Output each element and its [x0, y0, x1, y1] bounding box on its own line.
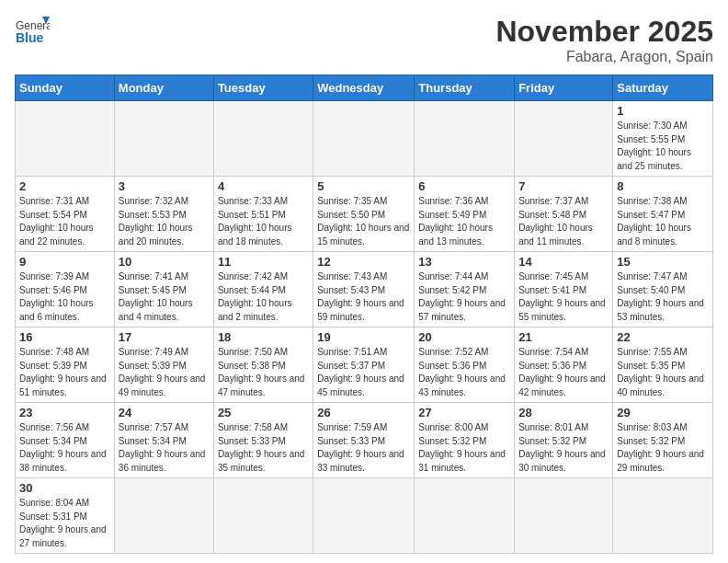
calendar-row: 30Sunrise: 8:04 AMSunset: 5:31 PMDayligh… [16, 478, 713, 554]
day-number: 8 [617, 179, 709, 193]
calendar-cell: 18Sunrise: 7:50 AMSunset: 5:38 PMDayligh… [213, 327, 313, 403]
day-info: Sunrise: 7:39 AMSunset: 5:46 PMDaylight:… [19, 270, 110, 324]
calendar-cell: 22Sunrise: 7:55 AMSunset: 5:35 PMDayligh… [613, 327, 713, 403]
calendar-cell: 16Sunrise: 7:48 AMSunset: 5:39 PMDayligh… [16, 327, 115, 403]
day-number: 21 [518, 330, 609, 344]
day-number: 20 [418, 330, 510, 344]
calendar-cell: 3Sunrise: 7:32 AMSunset: 5:53 PMDaylight… [114, 177, 213, 252]
calendar-cell: 26Sunrise: 7:59 AMSunset: 5:33 PMDayligh… [313, 403, 415, 478]
header-thursday: Thursday [415, 75, 515, 101]
month-title: November 2025 [495, 15, 713, 49]
day-info: Sunrise: 7:57 AMSunset: 5:34 PMDaylight:… [119, 421, 210, 475]
location-title: Fabara, Aragon, Spain [495, 49, 713, 65]
day-number: 30 [19, 481, 110, 495]
calendar-cell [415, 478, 515, 554]
calendar-cell: 30Sunrise: 8:04 AMSunset: 5:31 PMDayligh… [16, 478, 115, 554]
day-number: 7 [518, 179, 609, 193]
calendar-cell [515, 101, 613, 177]
day-info: Sunrise: 7:49 AMSunset: 5:39 PMDaylight:… [119, 346, 210, 399]
calendar-cell: 28Sunrise: 8:01 AMSunset: 5:32 PMDayligh… [515, 403, 613, 478]
calendar-cell: 24Sunrise: 7:57 AMSunset: 5:34 PMDayligh… [114, 403, 213, 478]
day-info: Sunrise: 7:30 AMSunset: 5:55 PMDaylight:… [617, 120, 709, 173]
calendar-cell: 19Sunrise: 7:51 AMSunset: 5:37 PMDayligh… [313, 327, 415, 403]
day-info: Sunrise: 7:55 AMSunset: 5:35 PMDaylight:… [617, 346, 709, 399]
day-info: Sunrise: 7:35 AMSunset: 5:50 PMDaylight:… [317, 195, 410, 248]
day-number: 29 [617, 406, 709, 419]
calendar-cell: 14Sunrise: 7:45 AMSunset: 5:41 PMDayligh… [515, 252, 613, 327]
day-info: Sunrise: 7:38 AMSunset: 5:47 PMDaylight:… [617, 195, 709, 248]
calendar-cell: 2Sunrise: 7:31 AMSunset: 5:54 PMDaylight… [16, 177, 115, 252]
day-info: Sunrise: 8:01 AMSunset: 5:32 PMDaylight:… [518, 421, 609, 475]
calendar-cell: 13Sunrise: 7:44 AMSunset: 5:42 PMDayligh… [415, 252, 515, 327]
day-info: Sunrise: 7:50 AMSunset: 5:38 PMDaylight:… [218, 346, 309, 399]
calendar-cell: 27Sunrise: 8:00 AMSunset: 5:32 PMDayligh… [415, 403, 515, 478]
calendar-cell [415, 101, 515, 177]
logo: General Blue [15, 15, 50, 50]
header-sunday: Sunday [16, 75, 115, 101]
day-number: 4 [218, 179, 309, 193]
day-number: 28 [518, 406, 609, 419]
calendar-cell: 10Sunrise: 7:41 AMSunset: 5:45 PMDayligh… [114, 252, 213, 327]
calendar-cell: 23Sunrise: 7:56 AMSunset: 5:34 PMDayligh… [16, 403, 115, 478]
day-number: 19 [317, 330, 410, 344]
calendar-cell: 8Sunrise: 7:38 AMSunset: 5:47 PMDaylight… [613, 177, 713, 252]
calendar-cell: 12Sunrise: 7:43 AMSunset: 5:43 PMDayligh… [313, 252, 415, 327]
day-info: Sunrise: 7:48 AMSunset: 5:39 PMDaylight:… [19, 346, 110, 399]
calendar-cell [313, 478, 415, 554]
calendar-cell: 4Sunrise: 7:33 AMSunset: 5:51 PMDaylight… [213, 177, 313, 252]
day-info: Sunrise: 7:58 AMSunset: 5:33 PMDaylight:… [218, 421, 309, 475]
calendar-row: 23Sunrise: 7:56 AMSunset: 5:34 PMDayligh… [16, 403, 713, 478]
weekday-header-row: Sunday Monday Tuesday Wednesday Thursday… [16, 75, 713, 101]
day-info: Sunrise: 8:00 AMSunset: 5:32 PMDaylight:… [418, 421, 510, 475]
day-info: Sunrise: 7:51 AMSunset: 5:37 PMDaylight:… [317, 346, 410, 399]
day-number: 25 [218, 406, 309, 419]
day-number: 1 [617, 104, 709, 118]
day-number: 18 [218, 330, 309, 344]
day-info: Sunrise: 7:45 AMSunset: 5:41 PMDaylight:… [518, 270, 609, 324]
day-number: 5 [317, 179, 410, 193]
header-monday: Monday [114, 75, 213, 101]
calendar-cell: 20Sunrise: 7:52 AMSunset: 5:36 PMDayligh… [415, 327, 515, 403]
calendar-cell [213, 478, 313, 554]
header-wednesday: Wednesday [313, 75, 415, 101]
day-info: Sunrise: 7:42 AMSunset: 5:44 PMDaylight:… [218, 270, 309, 324]
day-number: 13 [418, 255, 510, 269]
day-info: Sunrise: 8:03 AMSunset: 5:32 PMDaylight:… [617, 421, 709, 475]
calendar-cell: 17Sunrise: 7:49 AMSunset: 5:39 PMDayligh… [114, 327, 213, 403]
day-info: Sunrise: 7:47 AMSunset: 5:40 PMDaylight:… [617, 270, 709, 324]
day-number: 2 [19, 179, 110, 193]
day-number: 16 [19, 330, 110, 344]
day-info: Sunrise: 7:41 AMSunset: 5:45 PMDaylight:… [119, 270, 210, 324]
calendar-row: 2Sunrise: 7:31 AMSunset: 5:54 PMDaylight… [16, 177, 713, 252]
day-number: 24 [119, 406, 210, 419]
header-tuesday: Tuesday [213, 75, 313, 101]
day-number: 23 [19, 406, 110, 419]
day-number: 11 [218, 255, 309, 269]
day-number: 3 [119, 179, 210, 193]
calendar-cell [213, 101, 313, 177]
day-info: Sunrise: 7:37 AMSunset: 5:48 PMDaylight:… [518, 195, 609, 248]
day-number: 10 [119, 255, 210, 269]
day-number: 27 [418, 406, 510, 419]
calendar-cell [16, 101, 115, 177]
day-number: 26 [317, 406, 410, 419]
day-number: 22 [617, 330, 709, 344]
calendar-cell: 29Sunrise: 8:03 AMSunset: 5:32 PMDayligh… [613, 403, 713, 478]
svg-text:Blue: Blue [16, 30, 44, 45]
calendar-row: 1Sunrise: 7:30 AMSunset: 5:55 PMDaylight… [16, 101, 713, 177]
calendar-cell: 1Sunrise: 7:30 AMSunset: 5:55 PMDaylight… [613, 101, 713, 177]
calendar-row: 16Sunrise: 7:48 AMSunset: 5:39 PMDayligh… [16, 327, 713, 403]
day-info: Sunrise: 7:36 AMSunset: 5:49 PMDaylight:… [418, 195, 510, 248]
calendar-cell [114, 101, 213, 177]
calendar-cell: 5Sunrise: 7:35 AMSunset: 5:50 PMDaylight… [313, 177, 415, 252]
calendar-cell: 21Sunrise: 7:54 AMSunset: 5:36 PMDayligh… [515, 327, 613, 403]
calendar-row: 9Sunrise: 7:39 AMSunset: 5:46 PMDaylight… [16, 252, 713, 327]
day-info: Sunrise: 7:31 AMSunset: 5:54 PMDaylight:… [19, 195, 110, 248]
day-info: Sunrise: 7:54 AMSunset: 5:36 PMDaylight:… [518, 346, 609, 399]
page-header: General Blue November 2025 Fabara, Arago… [15, 15, 713, 65]
calendar-cell: 9Sunrise: 7:39 AMSunset: 5:46 PMDaylight… [16, 252, 115, 327]
day-info: Sunrise: 7:52 AMSunset: 5:36 PMDaylight:… [418, 346, 510, 399]
calendar-cell [613, 478, 713, 554]
day-info: Sunrise: 8:04 AMSunset: 5:31 PMDaylight:… [19, 497, 110, 550]
day-number: 12 [317, 255, 410, 269]
